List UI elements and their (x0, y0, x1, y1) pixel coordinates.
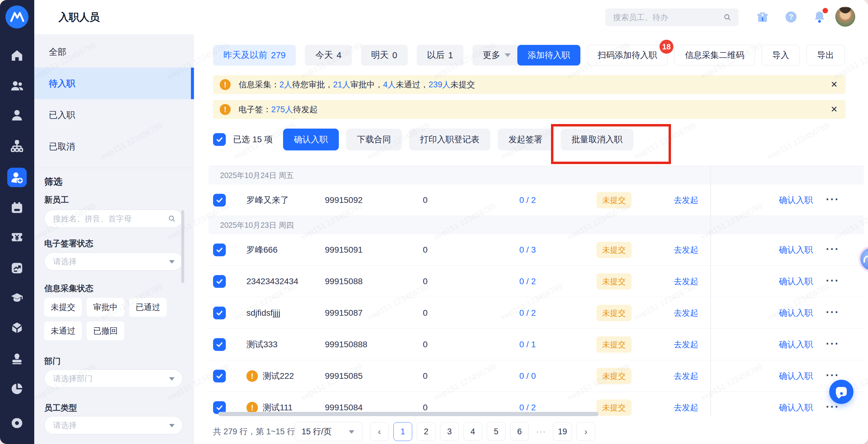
more-actions-icon[interactable]: ··· (826, 266, 839, 296)
settings-icon[interactable] (10, 416, 24, 430)
employee-name[interactable]: 测试333 (246, 339, 278, 350)
start-sign-link[interactable]: 去发起 (674, 266, 698, 297)
page-button-1[interactable]: 1 (393, 422, 412, 441)
alert-count-link[interactable]: 239人 (429, 80, 451, 89)
page-button-19[interactable]: 19 (553, 422, 572, 441)
nav-item-pending[interactable]: 待入职 (34, 68, 194, 99)
chat-button[interactable] (829, 380, 854, 404)
name-search-input[interactable] (44, 210, 183, 228)
more-actions-icon[interactable]: ··· (826, 184, 839, 215)
nav-item-onboarded[interactable]: 已入职 (34, 99, 194, 131)
more-actions-icon[interactable]: ··· (826, 234, 839, 264)
download-contract-button[interactable]: 下载合同 (346, 128, 402, 150)
collect-qr-button[interactable]: 信息采集二维码 (674, 45, 755, 65)
alert-count-link[interactable]: 275人 (271, 105, 293, 114)
alert-count-link[interactable]: 2人 (279, 80, 292, 89)
employee-name[interactable]: 罗峰666 (246, 244, 278, 256)
scan-add-button[interactable]: 扫码添加待入职 18 (587, 45, 668, 65)
chip-not-submitted[interactable]: 未提交 (44, 298, 82, 317)
collect-progress-link[interactable]: 0 / 3 (475, 234, 536, 266)
tab-tomorrow[interactable]: 明天0 (361, 45, 408, 65)
confirm-onboard-link[interactable]: 确认入职 (779, 297, 813, 329)
employee-name[interactable]: sdjfidsfjjjj (246, 308, 280, 318)
start-sign-button[interactable]: 发起签署 (498, 128, 553, 150)
collect-progress-link[interactable]: 0 / 2 (475, 266, 536, 297)
panel-scrollbar[interactable] (181, 210, 184, 283)
alert-count-link[interactable]: 4人 (383, 80, 396, 89)
row-checkbox[interactable] (213, 306, 226, 319)
page-button-2[interactable]: 2 (417, 422, 435, 441)
import-button[interactable]: 导入 (762, 45, 800, 65)
close-icon[interactable]: ✕ (831, 75, 838, 94)
tab-more[interactable]: 更多 (472, 45, 521, 65)
tab-today[interactable]: 今天4 (305, 45, 351, 65)
prev-page-button[interactable]: ‹ (370, 422, 389, 441)
gift-icon[interactable] (755, 9, 770, 25)
row-checkbox[interactable] (213, 243, 226, 256)
print-form-button[interactable]: 打印入职登记表 (409, 128, 490, 150)
alert-count-link[interactable]: 21人 (333, 80, 350, 89)
close-icon[interactable]: ✕ (831, 100, 838, 119)
cube-apps-icon[interactable] (10, 321, 24, 335)
employee-name[interactable]: 罗峰又来了 (246, 195, 289, 206)
add-pending-button[interactable]: 添加待入职 (517, 45, 580, 65)
employee-name[interactable]: 23423432434 (246, 276, 298, 286)
team-icon[interactable] (10, 79, 24, 93)
calendar-icon[interactable] (10, 201, 24, 215)
org-chart-icon[interactable] (10, 139, 24, 153)
employee-name[interactable]: 测试222 (263, 370, 294, 382)
employee-type-select[interactable]: 请选择 (44, 416, 183, 434)
global-search-input[interactable] (605, 8, 739, 26)
esign-status-select[interactable]: 请选择 (44, 252, 183, 270)
start-sign-link[interactable]: 去发起 (674, 184, 698, 216)
start-sign-link[interactable]: 去发起 (674, 329, 698, 360)
start-sign-link[interactable]: 去发起 (674, 297, 698, 329)
salary-ticket-icon[interactable] (10, 230, 24, 244)
row-checkbox[interactable] (213, 275, 226, 288)
notification-bell-icon[interactable] (812, 9, 827, 25)
page-button-6[interactable]: 6 (510, 422, 529, 441)
chip-approved[interactable]: 已通过 (129, 298, 167, 317)
select-all-checkbox[interactable] (213, 133, 226, 146)
horizontal-scrollbar[interactable] (218, 412, 598, 416)
home-icon[interactable] (10, 49, 24, 62)
chip-withdrawn[interactable]: 已撤回 (87, 322, 124, 340)
search-icon[interactable] (167, 214, 176, 224)
chip-in-approval[interactable]: 审批中 (87, 298, 124, 317)
training-cap-icon[interactable] (10, 291, 24, 305)
page-button-4[interactable]: 4 (463, 422, 482, 441)
row-checkbox[interactable] (213, 194, 226, 207)
export-button[interactable]: 导出 (806, 45, 845, 65)
confirm-onboard-link[interactable]: 确认入职 (779, 392, 813, 423)
confirm-onboard-link[interactable]: 确认入职 (779, 234, 813, 266)
collect-progress-link[interactable]: 0 / 2 (475, 392, 536, 423)
batch-cancel-button[interactable]: 批量取消入职 (561, 128, 633, 150)
row-checkbox[interactable] (213, 338, 226, 351)
tab-yesterday-before[interactable]: 昨天及以前279 (213, 45, 296, 65)
onboarding-nav-active[interactable] (7, 168, 27, 187)
help-icon[interactable]: ? (783, 9, 799, 25)
start-sign-link[interactable]: 去发起 (674, 392, 698, 423)
confirm-onboard-button[interactable]: 确认入职 (283, 128, 339, 150)
page-ellipsis[interactable]: ··· (533, 427, 549, 437)
collect-progress-link[interactable]: 0 / 1 (475, 329, 536, 360)
more-actions-icon[interactable]: ··· (826, 329, 839, 359)
department-select[interactable]: 请选择部门 (44, 369, 183, 388)
row-checkbox[interactable] (213, 370, 226, 382)
more-actions-icon[interactable]: ··· (826, 297, 839, 328)
pie-report-icon[interactable] (10, 382, 24, 396)
confirm-onboard-link[interactable]: 确认入职 (779, 266, 813, 297)
trend-report-icon[interactable] (10, 261, 24, 275)
confirm-onboard-link[interactable]: 确认入职 (779, 184, 813, 216)
chip-rejected[interactable]: 未通过 (44, 322, 82, 340)
page-button-3[interactable]: 3 (440, 422, 459, 441)
collect-progress-link[interactable]: 0 / 2 (475, 297, 536, 329)
user-avatar[interactable] (835, 7, 855, 27)
confirm-onboard-link[interactable]: 确认入职 (779, 329, 813, 360)
confirm-onboard-link[interactable]: 确认入职 (779, 360, 813, 392)
collect-progress-link[interactable]: 0 / 2 (475, 184, 536, 216)
tab-later[interactable]: 以后1 (417, 45, 463, 65)
next-page-button[interactable]: › (577, 422, 595, 441)
stamp-icon[interactable] (10, 352, 24, 365)
person-icon[interactable] (10, 108, 24, 122)
